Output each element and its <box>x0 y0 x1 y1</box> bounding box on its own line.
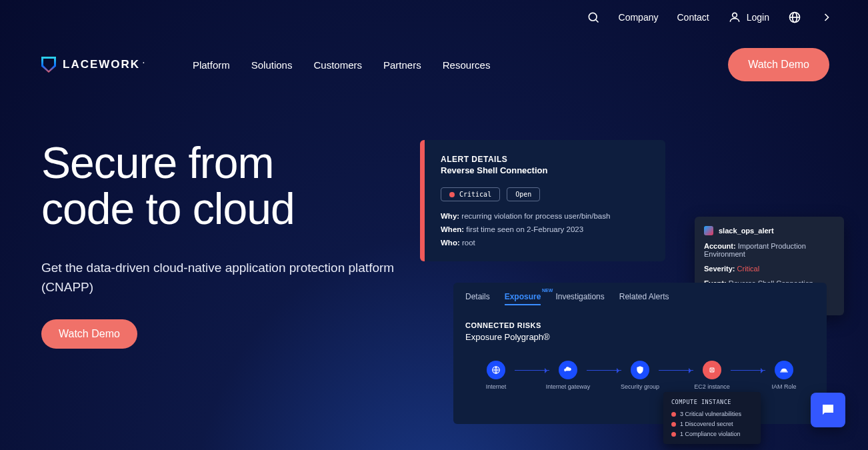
topbar-company[interactable]: Company <box>619 12 659 23</box>
compute-instance-tooltip: COMPUTE INSTANCE 3 Critical vulnerabilit… <box>663 392 761 444</box>
cpu-icon <box>703 361 721 379</box>
slack-severity: Severity: Critical <box>704 265 835 273</box>
alert-why: Why: recurring violation for process use… <box>441 212 649 220</box>
nav-customers[interactable]: Customers <box>313 59 362 71</box>
hardhat-icon <box>775 361 793 379</box>
logo-shield-icon <box>41 57 56 73</box>
alert-details-card: ALERT DETAILS Reverse Shell Connection C… <box>420 140 665 261</box>
svg-point-0 <box>589 13 597 21</box>
watch-demo-button-header[interactable]: Watch Demo <box>728 48 829 81</box>
chat-button[interactable] <box>811 393 845 427</box>
watch-demo-button-hero[interactable]: Watch Demo <box>41 319 137 349</box>
svg-rect-14 <box>780 371 788 372</box>
alert-who: Who: root <box>441 239 649 247</box>
hero-title: Secure from code to cloud <box>41 140 401 233</box>
nav-solutions[interactable]: Solutions <box>251 59 293 71</box>
tab-investigations[interactable]: Investigations <box>555 292 604 305</box>
node-internet[interactable]: Internet <box>465 361 527 391</box>
compute-line: 1 Compliance violation <box>671 431 753 437</box>
dot-icon <box>671 422 676 427</box>
tab-exposure[interactable]: Exposure NEW <box>505 292 541 305</box>
tab-related-alerts[interactable]: Related Alerts <box>619 292 669 305</box>
compute-line: 1 Discovered secret <box>671 421 753 427</box>
connected-risks-title: CONNECTED RISKS <box>465 321 815 329</box>
language-icon[interactable] <box>788 11 801 24</box>
compute-line: 3 Critical vulnerabilities <box>671 411 753 417</box>
node-gateway[interactable]: Internet gateway <box>537 361 599 391</box>
topbar-login[interactable]: Login <box>728 11 769 24</box>
status-badge: Open <box>507 187 540 201</box>
login-label: Login <box>747 12 769 23</box>
new-badge: NEW <box>542 288 553 293</box>
node-security-group[interactable]: Security group <box>609 361 671 391</box>
alert-header: ALERT DETAILS <box>441 155 649 164</box>
slack-channel: slack_ops_alert <box>719 227 774 235</box>
logo-text: LACEWORK <box>63 58 140 71</box>
svg-line-1 <box>595 20 598 23</box>
severity-badge: Critical <box>441 187 500 201</box>
hero-subtitle: Get the data-driven cloud-native applica… <box>41 258 401 297</box>
slack-account: Account: Important Production Environmen… <box>704 242 835 258</box>
alert-when: When: first time seen on 2-February 2023 <box>441 225 649 233</box>
svg-point-2 <box>732 13 737 17</box>
nav-partners[interactable]: Partners <box>383 59 421 71</box>
node-iam[interactable]: IAM Role <box>753 361 815 391</box>
alert-name: Reverse Shell Connection <box>441 165 649 175</box>
slack-app-icon <box>704 226 713 235</box>
logo[interactable]: LACEWORK. <box>41 57 150 73</box>
compute-title: COMPUTE INSTANCE <box>671 399 753 405</box>
chat-icon <box>820 402 836 418</box>
exposure-panel: Details Exposure NEW Investigations Rela… <box>453 283 827 424</box>
topbar-contact[interactable]: Contact <box>677 12 709 23</box>
exposure-polygraph-label: Exposure Polygraph® <box>465 332 815 342</box>
dot-icon <box>449 192 455 197</box>
dot-icon <box>671 432 676 437</box>
cloud-icon <box>559 361 577 379</box>
tab-details[interactable]: Details <box>465 292 490 305</box>
node-ec2[interactable]: EC2 instance <box>681 361 743 391</box>
nav-resources[interactable]: Resources <box>443 59 491 71</box>
user-icon <box>728 11 741 24</box>
nav-platform[interactable]: Platform <box>193 59 230 71</box>
dot-icon <box>671 412 676 417</box>
svg-rect-13 <box>711 369 713 371</box>
shield-icon <box>631 361 649 379</box>
chevron-right-icon[interactable] <box>820 11 833 24</box>
search-icon[interactable] <box>587 11 600 24</box>
globe-icon <box>487 361 505 379</box>
